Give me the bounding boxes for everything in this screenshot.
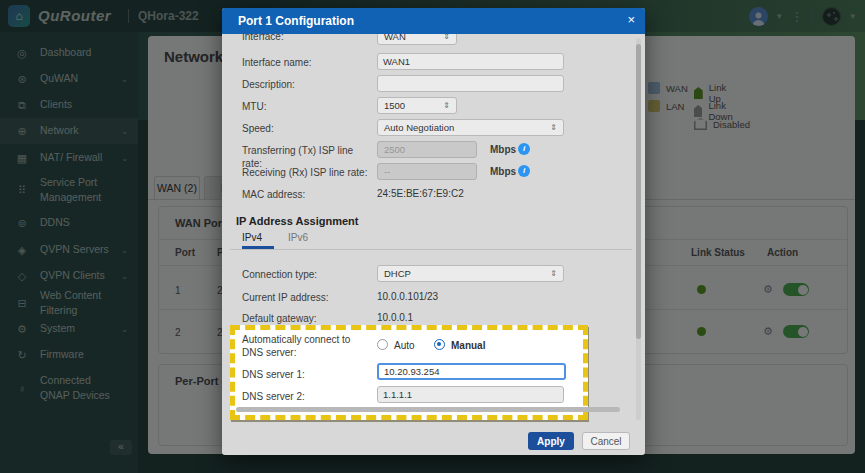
interface-name-input[interactable] — [377, 53, 564, 70]
dns-server-2-input[interactable] — [377, 386, 564, 403]
mtu-label: MTU: — [242, 100, 374, 113]
default-gateway-label: Default gateway: — [242, 312, 374, 325]
dns-server-1-input[interactable] — [377, 363, 566, 380]
rx-rate-unit: Mbps — [490, 166, 516, 177]
radio-manual[interactable] — [434, 339, 445, 350]
current-ip-value: 10.0.0.101/23 — [377, 291, 438, 302]
dns-server-1-label: DNS server 1: — [242, 368, 374, 381]
ip-assignment-heading: IP Address Assignment — [236, 215, 358, 227]
app-root: ⌂ QuRouter QHora-322 ▾ ⋮ ▾ ◎ Dashboard ⊛… — [0, 0, 865, 473]
info-icon[interactable]: i — [518, 143, 530, 155]
interface-name-label: Interface name: — [242, 56, 374, 69]
mtu-value: 1500 — [384, 100, 405, 111]
radio-auto[interactable] — [377, 339, 388, 350]
mtu-stepper[interactable]: 1500 ⇕ — [377, 97, 457, 114]
mac-address-value: 24:5E:BE:67:E9:C2 — [377, 188, 464, 199]
modal-title: Port 1 Configuration — [238, 14, 354, 28]
rx-rate-input: -- — [377, 163, 477, 180]
current-ip-label: Current IP address: — [242, 291, 374, 304]
connection-type-value: DHCP — [384, 268, 411, 279]
connection-type-select[interactable]: DHCP ⇕ — [377, 265, 564, 282]
radio-manual-label: Manual — [451, 340, 485, 351]
mac-address-label: MAC address: — [242, 188, 374, 201]
description-input[interactable] — [377, 75, 564, 92]
dns-server-2-label: DNS server 2: — [242, 390, 374, 403]
default-gateway-value: 10.0.0.1 — [377, 312, 413, 323]
tx-rate-value: 2500 — [384, 144, 405, 155]
port-config-modal: Interface: WAN ⇕ Port 1 Configuration × … — [222, 8, 645, 455]
cancel-button[interactable]: Cancel — [582, 432, 630, 450]
apply-button[interactable]: Apply — [528, 432, 574, 450]
rx-rate-label: Receiving (Rx) ISP line rate: — [242, 166, 374, 179]
horizontal-scrollbar[interactable] — [236, 407, 620, 412]
select-arrows-icon: ⇕ — [550, 269, 557, 278]
connection-type-label: Connection type: — [242, 268, 374, 281]
radio-auto-label: Auto — [394, 340, 415, 351]
select-arrows-icon: ⇕ — [550, 123, 557, 132]
speed-label: Speed: — [242, 122, 374, 135]
auto-connect-dns-label: Automatically connect to DNS server: — [242, 333, 374, 359]
tx-rate-unit: Mbps — [490, 144, 516, 155]
tab-ipv4[interactable]: IPv4 — [242, 232, 262, 243]
tab-ipv6[interactable]: IPv6 — [288, 232, 308, 243]
tx-rate-input: 2500 — [377, 141, 477, 158]
info-icon[interactable]: i — [518, 165, 530, 177]
speed-select-value: Auto Negotiation — [384, 122, 454, 133]
close-icon[interactable]: × — [627, 12, 635, 27]
stepper-arrows-icon: ⇕ — [443, 101, 450, 110]
speed-select[interactable]: Auto Negotiation ⇕ — [377, 119, 564, 136]
tab-divider — [230, 249, 632, 250]
description-label: Description: — [242, 78, 374, 91]
rx-rate-value: -- — [384, 166, 390, 177]
vertical-scrollbar-thumb[interactable] — [636, 44, 641, 339]
